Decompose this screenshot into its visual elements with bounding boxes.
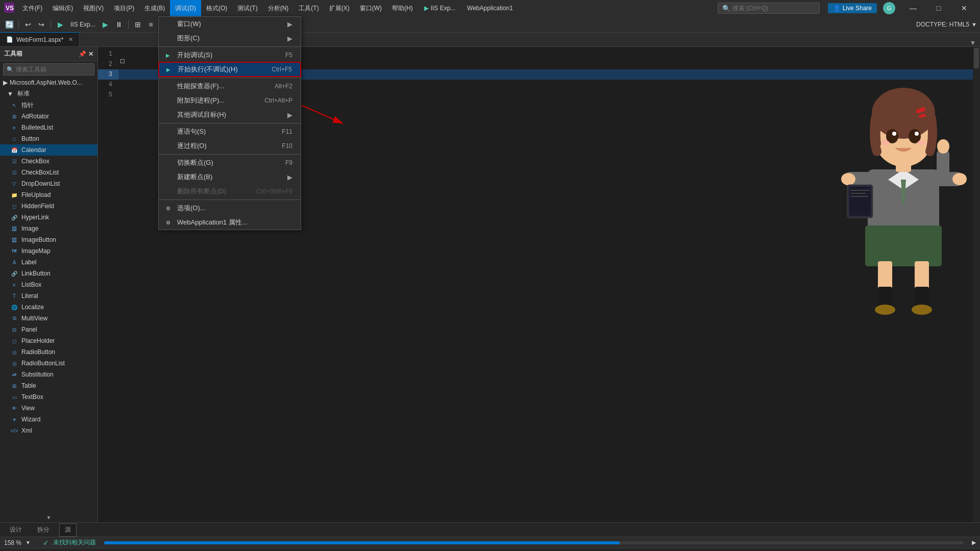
toolbox-item-wizard[interactable]: ✦ Wizard [0, 414, 97, 425]
menu-perf-profiler[interactable]: 性能探查器(F)... Alt+F2 [159, 79, 301, 93]
toolbox-section-microsoft[interactable]: ▶ Microsoft.AspNet.Web.O... [0, 78, 97, 88]
toolbox-item-textbox[interactable]: ▭ TextBox [0, 391, 97, 403]
menu-view[interactable]: 视图(V) [78, 0, 109, 16]
toolbar-misc1[interactable]: ⊞ [132, 18, 144, 31]
toolbox-item-substitution[interactable]: ⇄ Substitution [0, 369, 97, 380]
menu-start-nodebug[interactable]: ▶ 开始执行(不调试)(H) Ctrl+F5 [159, 62, 301, 77]
redo-btn[interactable]: ↪ [35, 18, 47, 31]
toolbox-item-imagebutton[interactable]: 🖼 ImageButton [0, 234, 97, 245]
menu-extensions[interactable]: 扩展(X) [324, 0, 355, 16]
tab-webform1[interactable]: 📄 WebForm1.aspx* ✕ [0, 32, 80, 46]
menu-delete-all-breakpoints[interactable]: 删除所有断点(D) Ctrl+Shift+F9 [159, 184, 301, 198]
menu-test[interactable]: 测试(T) [232, 0, 262, 16]
tab-scroll-right[interactable]: ▼ [970, 39, 976, 46]
menu-project[interactable]: 项目(P) [109, 0, 139, 16]
menu-file[interactable]: 文件(F) [17, 0, 47, 16]
toolbox-item-image[interactable]: 🖼 Image [0, 223, 97, 234]
undo-btn[interactable]: ↩ [22, 18, 34, 31]
toolbox-item-radiobuttonlist[interactable]: ◎ RadioButtonList [0, 358, 97, 369]
toolbar-play2[interactable]: ▶ [100, 18, 112, 31]
doctype-chevron[interactable]: ▼ [971, 21, 977, 28]
menu-edit[interactable]: 编辑(E) [47, 0, 78, 16]
toolbox-item-hiddenfield[interactable]: ◻ HiddenField [0, 201, 97, 212]
toolbox-item-fileupload[interactable]: 📁 FileUpload [0, 189, 97, 201]
new-project-btn[interactable]: 🔄 [3, 18, 15, 31]
iis-express-btn[interactable]: ▶ IIS Exp... [424, 5, 456, 12]
toolbox-item-button[interactable]: □ Button [0, 133, 97, 144]
toolbox-search-box[interactable]: 🔍 [3, 63, 94, 76]
toolbox-item-imagemap[interactable]: 🗺 ImageMap [0, 245, 97, 257]
toolbox-item-table[interactable]: ⊞ Table [0, 380, 97, 391]
toolbox-item-dropdownlist[interactable]: ▽ DropDownList [0, 178, 97, 189]
view-tab-design[interactable]: 设计 [4, 523, 28, 537]
menu-other-targets[interactable]: 其他调试目标(H) ▶ [159, 108, 301, 122]
search-input[interactable] [732, 5, 814, 12]
toolbox-item-listbox[interactable]: ≡ ListBox [0, 279, 97, 290]
toolbox-item-linkbutton[interactable]: 🔗 LinkButton [0, 268, 97, 279]
menu-tools[interactable]: 工具(T) [293, 0, 324, 16]
toolbox-close-icon[interactable]: ✕ [88, 51, 93, 58]
menu-attach-process[interactable]: 附加到进程(P)... Ctrl+Alt+P [159, 93, 301, 108]
menu-step-over[interactable]: 逐过程(O) F10 [159, 139, 301, 153]
menu-build[interactable]: 生成(B) [139, 0, 170, 16]
view-tab-source[interactable]: 源 [59, 523, 77, 537]
user-avatar[interactable]: G [883, 2, 895, 14]
sep-4 [159, 154, 301, 155]
toolbox-item-xml[interactable]: </> Xml [0, 425, 97, 436]
toolbox-item-localize[interactable]: 🌐 Localize [0, 302, 97, 313]
live-share-button[interactable]: 👤 Live Share [828, 3, 877, 13]
scroll-right-btn[interactable]: ▶ [972, 539, 976, 546]
toolbox-item-checkbox[interactable]: ☑ CheckBox [0, 156, 97, 167]
toolbox-item-checkboxlist[interactable]: ☑ CheckBoxList [0, 167, 97, 178]
menu-webapp-properties[interactable]: ⚙ WebApplication1 属性... [159, 215, 301, 230]
bottom-tab-errors[interactable]: 错误列表 [80, 548, 114, 552]
imagebutton-icon: 🖼 [10, 236, 18, 244]
play-btn[interactable]: ▶ [54, 18, 66, 31]
menu-new-breakpoint[interactable]: 新建断点(B) ▶ [159, 170, 301, 184]
toolbar-pause[interactable]: ⏸ [113, 18, 125, 31]
toolbox-item-pointer[interactable]: ↖ 指针 [0, 99, 97, 111]
view-tab-split[interactable]: 拆分 [32, 523, 55, 537]
toolbox-scroll-down[interactable]: ▼ [0, 512, 97, 522]
horizontal-scrollbar[interactable] [104, 541, 964, 544]
global-search[interactable]: 🔍 [718, 3, 820, 14]
toolbar-misc2[interactable]: ≡ [145, 18, 157, 31]
menu-format[interactable]: 格式(O) [201, 0, 232, 16]
menu-analyze[interactable]: 分析(N) [263, 0, 294, 16]
toolbox-pin-icon[interactable]: 📌 [79, 51, 86, 58]
menu-graphics-item[interactable]: 图形(C) ▶ [159, 31, 301, 45]
menu-toggle-breakpoint[interactable]: 切换断点(G) F9 [159, 156, 301, 170]
close-button[interactable]: ✕ [952, 0, 976, 16]
toolbox-item-calendar[interactable]: 📅 Calendar [0, 144, 97, 156]
menu-debug[interactable]: 调试(D) [170, 0, 201, 16]
shortcut-label: F11 [282, 128, 292, 135]
toolbox-item-literal[interactable]: T Literal [0, 290, 97, 302]
toolbox-item-adrotator[interactable]: ⊞ AdRotator [0, 111, 97, 122]
toolbox-item-multiview[interactable]: ⧉ MultiView [0, 313, 97, 324]
maximize-button[interactable]: □ [927, 0, 950, 16]
scrollbar-thumb[interactable] [974, 48, 979, 68]
toolbox-section-standard[interactable]: ▼ 标准 [0, 88, 97, 99]
localize-icon: 🌐 [10, 303, 18, 311]
bottom-tab-publish[interactable]: Web 发布活动 [29, 548, 78, 552]
toolbox-item-view[interactable]: 👁 View [0, 403, 97, 414]
editor-scrollbar[interactable] [973, 47, 980, 522]
toolbox-item-hyperlink[interactable]: 🔗 HyperLink [0, 212, 97, 223]
menu-item-label: 逐过程(O) [177, 141, 207, 151]
close-tab-icon[interactable]: ✕ [68, 36, 73, 43]
menu-help[interactable]: 帮助(H) [387, 0, 418, 16]
menu-options[interactable]: ⚙ 选项(O)... [159, 201, 301, 215]
toolbox-search-input[interactable] [16, 66, 77, 73]
bottom-tab-output[interactable]: 输出 [4, 548, 27, 552]
zoom-dropdown[interactable]: ▼ [26, 540, 31, 545]
toolbox-item-panel[interactable]: ⊟ Panel [0, 324, 97, 335]
menu-window[interactable]: 窗口(W) [355, 0, 387, 16]
menu-window-item[interactable]: 窗口(W) ▶ [159, 17, 301, 31]
minimize-button[interactable]: — [901, 0, 925, 16]
toolbox-item-placeholder[interactable]: ◻ PlaceHolder [0, 335, 97, 346]
menu-start-debug[interactable]: ▶ 开始调试(S) F5 [159, 48, 301, 62]
toolbox-item-radiobutton[interactable]: ◎ RadioButton [0, 346, 97, 358]
menu-step-into[interactable]: 逐语句(S) F11 [159, 124, 301, 139]
toolbox-item-bulletedlist[interactable]: ≡ BulletedList [0, 122, 97, 133]
toolbox-item-label[interactable]: A Label [0, 257, 97, 268]
